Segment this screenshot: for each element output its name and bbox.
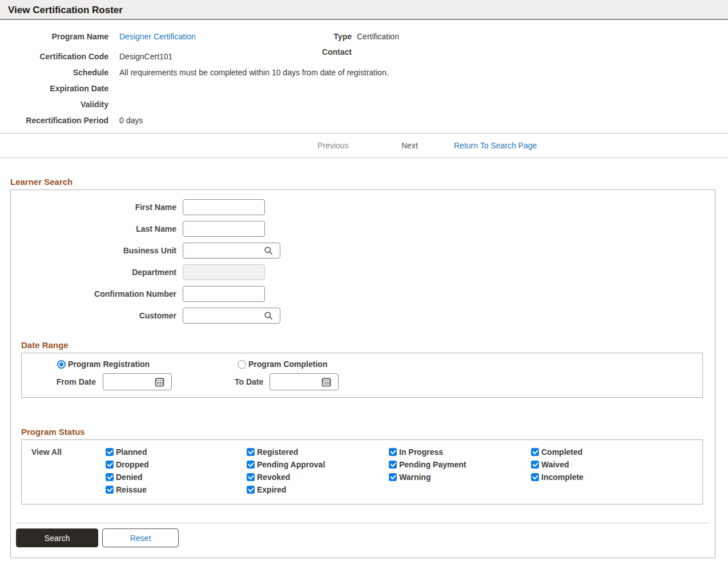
status-checkbox-pending-approval[interactable]: Pending Approval — [247, 460, 389, 469]
from-date-input[interactable] — [103, 374, 154, 389]
first-name-label: First Name — [11, 203, 176, 212]
program-info: Program Name Designer Certification Cert… — [0, 20, 728, 133]
checked-checkbox-icon[interactable] — [247, 448, 255, 456]
return-to-search-link[interactable]: Return To Search Page — [454, 134, 537, 158]
checked-checkbox-icon[interactable] — [106, 461, 114, 469]
calendar-icon[interactable] — [321, 377, 332, 388]
schedule-value: All requirements must be completed withi… — [119, 68, 389, 77]
search-icon[interactable] — [264, 246, 273, 255]
to-date-input[interactable] — [270, 374, 321, 389]
page-header: View Certification Roster — [0, 0, 728, 20]
checked-checkbox-icon[interactable] — [106, 473, 114, 481]
radio-unselected-icon[interactable] — [238, 360, 246, 369]
program-name-link[interactable]: Designer Certification — [119, 32, 196, 41]
expiration-date-label: Expiration Date — [0, 84, 108, 93]
recertification-period-value: 0 days — [119, 116, 143, 125]
department-row: Department — [11, 264, 715, 280]
department-label: Department — [11, 268, 176, 277]
checked-checkbox-icon[interactable] — [531, 448, 539, 456]
program-completion-label: Program Completion — [248, 360, 327, 369]
checked-checkbox-icon[interactable] — [247, 461, 255, 469]
status-checkbox-warning[interactable]: Warning — [389, 473, 531, 481]
status-checkbox-revoked[interactable]: Revoked — [247, 473, 389, 481]
date-range-radios: Program Registration Program Completion — [22, 360, 702, 369]
certification-code-label: Certification Code — [0, 52, 108, 61]
recertification-period-label: Recertification Period — [0, 116, 108, 125]
learner-search-heading: Learner Search — [10, 177, 728, 187]
schedule-row: Schedule All requirements must be comple… — [0, 64, 728, 80]
search-button[interactable]: Search — [16, 528, 98, 547]
program-registration-label: Program Registration — [68, 360, 150, 369]
business-unit-row: Business Unit — [11, 243, 715, 259]
first-name-row: First Name — [11, 199, 715, 215]
search-icon[interactable] — [264, 311, 273, 320]
checked-checkbox-icon[interactable] — [247, 486, 255, 494]
checked-checkbox-icon[interactable] — [389, 473, 397, 481]
program-status-heading: Program Status — [21, 427, 715, 437]
reset-button[interactable]: Reset — [102, 528, 179, 547]
checked-checkbox-icon[interactable] — [531, 461, 539, 469]
status-checkbox-waived[interactable]: Waived — [531, 460, 702, 469]
program-status-box: View All Planned Registered In Progress … — [21, 439, 703, 505]
checked-checkbox-icon[interactable] — [531, 473, 539, 481]
status-checkbox-planned[interactable]: Planned — [106, 447, 247, 456]
contact-label: Contact — [274, 47, 352, 57]
validity-row: Validity — [0, 96, 728, 112]
from-date-field — [103, 373, 172, 390]
date-range-heading: Date Range — [21, 341, 715, 350]
department-input — [183, 264, 265, 280]
business-unit-input[interactable] — [183, 244, 264, 257]
validity-label: Validity — [0, 100, 108, 109]
checked-checkbox-icon[interactable] — [106, 448, 114, 456]
customer-input[interactable] — [183, 309, 264, 322]
radio-selected-icon[interactable] — [57, 360, 66, 369]
status-checkbox-denied[interactable]: Denied — [106, 473, 247, 481]
last-name-input[interactable] — [183, 221, 265, 237]
certification-code-value: DesignCert101 — [119, 52, 172, 61]
last-name-label: Last Name — [11, 224, 176, 233]
status-checkbox-in-progress[interactable]: In Progress — [389, 447, 531, 456]
customer-label: Customer — [11, 311, 176, 320]
business-unit-lookup — [183, 243, 280, 259]
status-checkbox-reissue[interactable]: Reissue — [106, 485, 247, 494]
checked-checkbox-icon[interactable] — [389, 448, 397, 456]
to-date-field — [270, 373, 339, 390]
business-unit-label: Business Unit — [11, 246, 176, 255]
confirmation-number-row: Confirmation Number — [11, 286, 715, 302]
from-date-label: From Date — [22, 377, 96, 386]
search-fields: First Name Last Name Business Unit Depar… — [11, 190, 715, 324]
status-checkbox-dropped[interactable]: Dropped — [106, 460, 247, 469]
checked-checkbox-icon[interactable] — [389, 461, 397, 469]
status-checkbox-completed[interactable]: Completed — [531, 447, 702, 456]
view-all-label: View All — [31, 447, 62, 457]
first-name-input[interactable] — [183, 199, 265, 215]
pager-nav: Previous Next Return To Search Page — [0, 133, 728, 158]
to-date-label: To Date — [235, 377, 263, 386]
action-buttons: Search Reset — [16, 528, 715, 547]
checked-checkbox-icon[interactable] — [106, 486, 114, 494]
schedule-label: Schedule — [0, 68, 108, 77]
last-name-row: Last Name — [11, 221, 715, 237]
date-inputs-row: From Date To Date — [22, 373, 702, 390]
program-completion-option[interactable]: Program Completion — [238, 360, 327, 369]
status-checkbox-grid: Planned Registered In Progress Completed… — [106, 447, 702, 494]
confirmation-number-input[interactable] — [183, 286, 265, 302]
status-checkbox-incomplete[interactable]: Incomplete — [531, 473, 702, 481]
date-range-box: Program Registration Program Completion … — [21, 353, 703, 398]
status-checkbox-pending-payment[interactable]: Pending Payment — [389, 460, 531, 469]
checked-checkbox-icon[interactable] — [247, 473, 255, 481]
status-checkbox-registered[interactable]: Registered — [247, 447, 389, 456]
next-button[interactable]: Next — [401, 134, 418, 158]
type-row: Type Certification — [274, 29, 399, 44]
previous-button[interactable]: Previous — [317, 134, 348, 158]
expiration-date-row: Expiration Date — [0, 80, 728, 96]
type-label: Type — [274, 32, 352, 41]
calendar-icon[interactable] — [154, 377, 165, 388]
type-value: Certification — [357, 32, 399, 41]
customer-lookup — [183, 308, 280, 324]
confirmation-number-label: Confirmation Number — [11, 289, 176, 298]
program-registration-option[interactable]: Program Registration — [57, 360, 150, 369]
recertification-period-row: Recertification Period 0 days — [0, 112, 728, 128]
status-checkbox-expired[interactable]: Expired — [247, 485, 389, 494]
button-divider — [16, 523, 709, 523]
